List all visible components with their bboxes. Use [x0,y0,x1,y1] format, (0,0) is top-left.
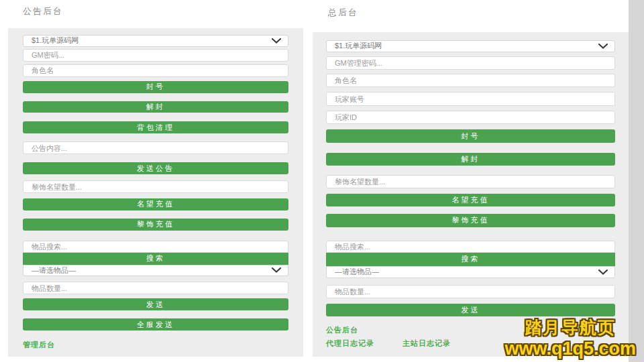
send-all-servers-button[interactable]: 全服发送 [23,318,288,330]
item-select[interactable]: —请选物品— [326,266,615,279]
decor-recharge-button[interactable]: 黎饰充值 [23,219,288,231]
announcement-panel: $1.玩单源码网 封号 解封 背包清理 发送公告 名望充值 黎饰充值 搜索 —请… [8,28,303,357]
item-select-value: —请选物品— [32,265,76,276]
role-name-input[interactable] [326,74,615,87]
watermark-site-name: 踏月导航页 [504,317,636,338]
decor-recharge-button[interactable]: 黎饰充值 [326,214,615,227]
server-select[interactable]: $1.玩单源码网 [326,40,615,52]
item-search-input[interactable] [23,241,288,253]
item-select-value: —请选物品— [335,267,379,277]
chevron-down-icon [272,38,281,44]
ban-button[interactable]: 封号 [23,81,288,93]
server-select-value: $1.玩单源码网 [335,41,382,51]
gm-admin-password-input[interactable] [326,56,615,70]
item-quantity-input[interactable] [326,285,615,298]
send-announcement-button[interactable]: 发送公告 [23,162,288,174]
gm-password-input[interactable] [23,49,288,62]
announcement-panel-title: 公告后台 [23,5,63,17]
chevron-down-icon [598,269,608,275]
send-button[interactable]: 发送 [326,304,615,316]
watermark-url: www.q1q5.com [504,338,636,361]
chevron-down-icon [272,267,281,273]
player-account-input[interactable] [326,92,615,105]
item-select[interactable]: —请选物品— [23,265,288,277]
main-panel-title: 总后台 [328,7,358,19]
send-button[interactable]: 发送 [23,298,288,310]
chevron-down-icon [598,44,608,49]
agent-log-link[interactable]: 代理日志记录 [326,339,374,349]
search-button[interactable]: 搜索 [23,253,288,265]
role-name-input[interactable] [23,64,288,77]
page-right-gutter [629,0,644,362]
server-select-value: $1.玩单源码网 [32,36,78,46]
ban-button[interactable]: 封号 [326,129,615,142]
server-select[interactable]: $1.玩单源码网 [23,35,288,47]
announcement-content-input[interactable] [23,141,288,154]
admin-backend-link[interactable]: 管理后台 [23,340,288,350]
fame-recharge-button[interactable]: 名望充值 [326,194,615,206]
main-panel: $1.玩单源码网 封号 解封 名望充值 黎饰充值 搜索 —请选物品— 发送 公告… [313,32,629,357]
item-search-input[interactable] [326,241,615,253]
fame-recharge-button[interactable]: 名望充值 [23,198,288,210]
item-quantity-input[interactable] [23,282,288,294]
bag-clean-button[interactable]: 背包清理 [23,121,288,133]
fame-quantity-input[interactable] [23,180,288,193]
watermark: 踏月导航页 www.q1q5.com [504,317,636,361]
main-site-log-link[interactable]: 主站日志记录 [402,339,451,349]
fame-quantity-input[interactable] [326,175,615,188]
unban-button[interactable]: 解封 [326,153,615,166]
player-id-input[interactable] [326,111,615,124]
unban-button[interactable]: 解封 [23,101,288,113]
search-button[interactable]: 搜索 [326,253,615,265]
